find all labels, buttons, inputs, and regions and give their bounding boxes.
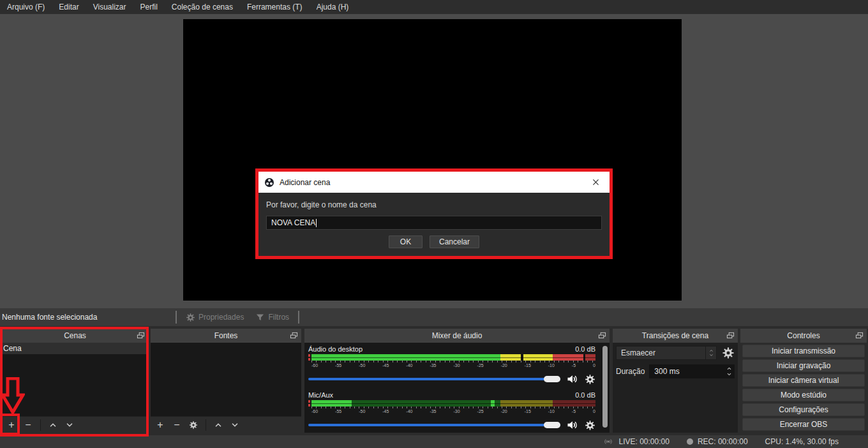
speaker-icon[interactable] — [566, 419, 579, 431]
record-dot-icon — [687, 438, 693, 445]
toolbar-separator — [176, 311, 177, 324]
mixer-channel-desktop: Áudio do desktop 0.0 dB -60-55-50-45-40-… — [308, 345, 595, 385]
broadcast-icon — [602, 437, 614, 446]
volume-slider[interactable] — [308, 424, 560, 426]
volume-slider-handle[interactable] — [544, 422, 560, 428]
mixer-scrollbar[interactable] — [602, 346, 608, 428]
cancel-button[interactable]: Cancelar — [430, 235, 479, 248]
move-source-down-button[interactable] — [227, 418, 243, 432]
scenes-toolbar: + − — [2, 416, 148, 433]
mixer-content: Áudio do desktop 0.0 dB -60-55-50-45-40-… — [304, 343, 610, 433]
source-toolbar: Nenhuma fonte selecionada Propriedades F… — [0, 308, 868, 326]
volume-slider-handle[interactable] — [544, 376, 560, 382]
no-source-label: Nenhuma fonte selecionada — [0, 313, 172, 322]
remove-source-button[interactable]: − — [169, 418, 184, 432]
cpu-status: CPU: 1.4%, 30.00 fps — [765, 437, 839, 446]
rec-status: REC: 00:00:00 — [687, 437, 748, 446]
live-time: LIVE: 00:00:00 — [618, 437, 669, 446]
scene-list-item[interactable]: Cena — [2, 343, 148, 354]
sources-header: Fontes — [151, 329, 301, 343]
controls-panel: Controles Iniciar transmissão Iniciar gr… — [740, 329, 867, 433]
duration-input[interactable]: 300 ms — [649, 364, 735, 378]
menu-ajuda[interactable]: Ajuda (H) — [310, 0, 356, 14]
channel-gear-icon[interactable] — [585, 420, 595, 431]
obs-logo-icon — [264, 177, 274, 188]
filters-button: Filtros — [250, 313, 295, 322]
properties-label: Propriedades — [198, 313, 244, 322]
volume-slider[interactable] — [308, 378, 560, 380]
move-source-up-button[interactable] — [211, 418, 226, 432]
controls-title: Controles — [787, 331, 819, 340]
start-streaming-button[interactable]: Iniciar transmissão — [742, 345, 865, 357]
meter-clip-indicator — [308, 400, 310, 407]
move-scene-down-button[interactable] — [62, 418, 77, 432]
scene-name-value: NOVA CENA — [271, 218, 315, 227]
start-recording-button[interactable]: Iniciar gravação — [742, 359, 865, 372]
audio-mixer-panel: Mixer de áudio Áudio do desktop 0.0 dB -… — [304, 329, 610, 433]
transitions-content: Esmaecer Duração 300 ms — [613, 343, 738, 433]
popout-icon — [726, 331, 735, 340]
meter-bar — [311, 400, 595, 407]
dialog-close-button[interactable] — [587, 174, 604, 191]
toolbar-separator — [206, 419, 206, 431]
duration-spinner[interactable] — [724, 365, 734, 378]
menu-arquivo[interactable]: Arquivo (F) — [0, 0, 52, 14]
meter-clip-indicator — [308, 354, 310, 361]
close-icon — [592, 178, 600, 186]
sources-panel: Fontes + − — [151, 329, 301, 433]
mixer-channel-mic: Mic/Aux 0.0 dB -60-55-50-45-40-35-30-25-… — [308, 391, 595, 431]
duration-label: Duração — [616, 367, 645, 376]
transition-selected-value: Esmaecer — [621, 348, 655, 357]
exit-obs-button[interactable]: Encerrar OBS — [742, 418, 865, 431]
scene-name-input[interactable]: NOVA CENA — [266, 216, 602, 230]
filters-icon — [255, 313, 265, 322]
remove-scene-button[interactable]: − — [20, 418, 36, 432]
start-virtual-camera-button[interactable]: Iniciar câmera virtual — [742, 374, 865, 387]
mixer-header: Mixer de áudio — [304, 329, 610, 343]
popout-icon — [855, 331, 864, 340]
channel-db-value: 0.0 dB — [575, 345, 595, 353]
menu-editar[interactable]: Editar — [52, 0, 86, 14]
properties-button: Propriedades — [180, 313, 250, 322]
popout-icon — [598, 331, 606, 340]
source-properties-button[interactable] — [186, 418, 201, 432]
channel-name: Áudio do desktop — [308, 345, 363, 353]
ok-button[interactable]: OK — [389, 235, 423, 248]
channel-db-value: 0.0 dB — [575, 391, 595, 399]
combo-spinner[interactable] — [705, 347, 716, 359]
popout-icon — [137, 331, 145, 340]
chevron-down-icon — [230, 421, 239, 429]
add-source-button[interactable]: + — [153, 418, 168, 432]
toolbar-separator — [298, 311, 299, 324]
text-caret — [316, 219, 317, 227]
popout-icon — [290, 331, 298, 340]
studio-mode-button[interactable]: Modo estúdio — [742, 389, 865, 401]
settings-button[interactable]: Configurações — [742, 403, 865, 416]
add-scene-button[interactable]: + — [4, 418, 19, 432]
transition-gear-icon[interactable] — [722, 347, 735, 359]
chevron-down-icon — [65, 421, 74, 429]
meter-scale: -60-55-50-45-40-35-30-25-20-15-10-50 — [311, 408, 595, 414]
controls-content: Iniciar transmissão Iniciar gravação Ini… — [740, 343, 867, 433]
speaker-icon[interactable] — [566, 373, 579, 385]
dialog-body: Por favor, digite o nome da cena NOVA CE… — [258, 193, 610, 248]
chevron-up-icon — [214, 421, 223, 429]
scene-transitions-panel: Transições de cena Esmaecer Duração 300 … — [613, 329, 738, 433]
gear-icon — [186, 313, 195, 322]
scenes-title: Cenas — [64, 331, 86, 340]
annotation-dialog-highlight: Adicionar cena Por favor, digite o nome … — [255, 168, 613, 259]
menu-visualizar[interactable]: Visualizar — [86, 0, 133, 14]
meter-scale: -60-55-50-45-40-35-30-25-20-15-10-50 — [311, 362, 595, 368]
menu-ferramentas[interactable]: Ferramentas (T) — [240, 0, 310, 14]
channel-name: Mic/Aux — [308, 391, 333, 399]
scenes-list: Cena — [2, 343, 148, 416]
transitions-title: Transições de cena — [642, 331, 708, 340]
menu-perfil[interactable]: Perfil — [133, 0, 165, 14]
transition-select[interactable]: Esmaecer — [616, 346, 717, 360]
dialog-title: Adicionar cena — [280, 178, 582, 187]
channel-gear-icon[interactable] — [585, 374, 595, 385]
menu-colecao-de-cenas[interactable]: Coleção de cenas — [165, 0, 240, 14]
menu-bar: Arquivo (F) Editar Visualizar Perfil Col… — [0, 0, 868, 14]
sources-toolbar: + − — [151, 416, 301, 433]
move-scene-up-button[interactable] — [45, 418, 61, 432]
